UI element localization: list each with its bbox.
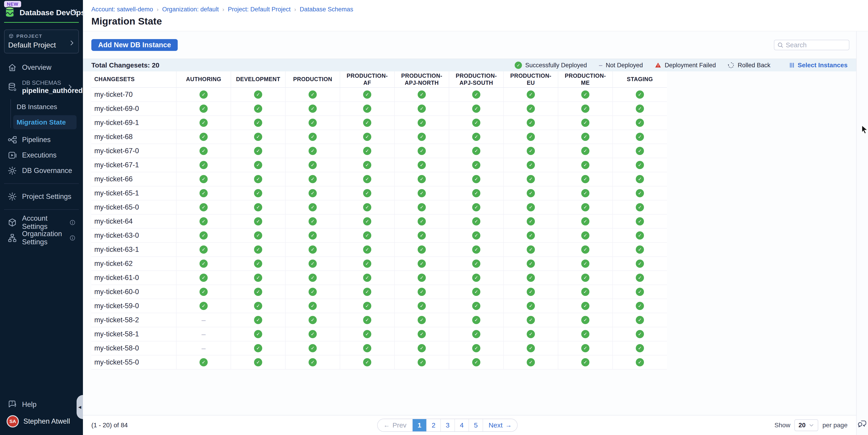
- sidebar-item-help[interactable]: Help: [0, 397, 83, 412]
- breadcrumb-project[interactable]: Project: Default Project: [228, 6, 290, 13]
- status-cell-deployed: ✓: [449, 341, 503, 355]
- status-cell-deployed: ✓: [449, 88, 503, 101]
- status-cell-deployed: ✓: [558, 88, 612, 101]
- arrow-right-icon: →: [505, 422, 512, 429]
- breadcrumb-separator: ›: [222, 6, 224, 13]
- sidebar-item-executions[interactable]: Executions: [0, 148, 83, 163]
- project-selector[interactable]: PROJECT Default Project: [4, 30, 79, 54]
- status-cell-deployed: ✓: [558, 116, 612, 129]
- status-cell-deployed: ✓: [449, 186, 503, 200]
- column-header: PRODUCTION-APJ-SOUTH: [449, 71, 503, 87]
- deployed-check-icon: ✓: [417, 288, 426, 296]
- not-deployed-dash: –: [202, 330, 206, 338]
- status-cell-deployed: ✓: [449, 355, 503, 369]
- page-size-select[interactable]: 20: [795, 419, 818, 431]
- deployed-check-icon: ✓: [363, 90, 371, 99]
- table-row: my-ticket-67-1✓✓✓✓✓✓✓✓✓: [91, 158, 667, 172]
- user-menu[interactable]: SA Stephen Atwell: [0, 412, 83, 431]
- breadcrumb-account[interactable]: Account: satwell-demo: [91, 6, 153, 13]
- sidebar-item-pipelines[interactable]: Pipelines: [0, 132, 83, 148]
- sidebar-item-overview[interactable]: Overview: [0, 60, 83, 75]
- sidebar-item-organization-settings[interactable]: Organization Settings: [0, 230, 83, 246]
- status-cell-deployed: ✓: [285, 130, 340, 144]
- deployed-check-icon: ✓: [254, 259, 262, 268]
- deployed-check-icon: ✓: [309, 330, 317, 338]
- deployed-check-icon: ✓: [472, 288, 480, 296]
- deployed-check-icon: ✓: [417, 316, 426, 324]
- column-header: AUTHORING: [176, 71, 230, 87]
- deployed-check-icon: ✓: [254, 90, 262, 99]
- per-page-label: per page: [822, 422, 847, 429]
- deployed-check-icon: ✓: [309, 90, 317, 99]
- status-cell-deployed: ✓: [285, 327, 340, 341]
- search-input[interactable]: [786, 41, 846, 49]
- sidebar-item-account-settings[interactable]: Account Settings: [0, 215, 83, 230]
- page-button-3[interactable]: 3: [440, 419, 455, 431]
- breadcrumb-database-schemas[interactable]: Database Schemas: [300, 6, 353, 13]
- table-row: my-ticket-58-2–✓✓✓✓✓✓✓✓: [91, 313, 667, 327]
- status-cell-deployed: ✓: [612, 327, 667, 341]
- deployed-check-icon: ✓: [527, 203, 535, 211]
- breadcrumb-organization[interactable]: Organization: default: [162, 6, 219, 13]
- page-button-5[interactable]: 5: [469, 419, 483, 431]
- sidebar-item-db-schemas[interactable]: DB SCHEMAS pipeline_authored: [0, 75, 83, 99]
- status-cell-deployed: ✓: [449, 144, 503, 158]
- status-cell-deployed: ✓: [394, 327, 449, 341]
- status-cell-deployed: ✓: [612, 299, 667, 313]
- search-box[interactable]: [774, 40, 849, 50]
- status-cell-deployed: ✓: [176, 355, 230, 369]
- status-cell-deployed: ✓: [285, 355, 340, 369]
- status-cell-deployed: ✓: [394, 257, 449, 271]
- legend-deployment-failed: Deployment Failed: [655, 62, 716, 69]
- status-cell-deployed: ✓: [558, 229, 612, 242]
- deployed-check-icon: ✓: [309, 316, 317, 324]
- deployed-check-icon: ✓: [527, 231, 535, 240]
- page-button-2[interactable]: 2: [426, 419, 440, 431]
- page-button-1[interactable]: 1: [412, 419, 426, 431]
- deployed-check-icon: ✓: [636, 245, 644, 254]
- deployed-check-icon: ✓: [636, 175, 644, 183]
- status-cell-deployed: ✓: [558, 215, 612, 228]
- deployed-check-icon: ✓: [581, 358, 589, 366]
- deployed-check-icon: ✓: [472, 316, 480, 324]
- deployed-check-icon: ✓: [417, 133, 426, 141]
- add-db-instance-button[interactable]: Add New DB Instance: [91, 39, 178, 51]
- changeset-name: my-ticket-69-1: [91, 116, 176, 129]
- deployed-check-icon: ✓: [581, 104, 589, 113]
- table-row: my-ticket-62✓✓✓✓✓✓✓✓✓: [91, 257, 667, 271]
- status-cell-deployed: ✓: [340, 355, 394, 369]
- deployed-check-icon: ✓: [363, 274, 371, 282]
- prev-page-button[interactable]: ← Prev: [378, 419, 412, 431]
- changeset-name: my-ticket-61-0: [91, 271, 176, 284]
- sidebar-item-db-governance[interactable]: DB Governance: [0, 163, 83, 178]
- right-gutter: [856, 31, 868, 435]
- status-cell-deployed: ✓: [449, 229, 503, 242]
- page-button-4[interactable]: 4: [455, 419, 469, 431]
- sidebar-item-project-settings[interactable]: Project Settings: [0, 189, 83, 204]
- deployed-check-icon: ✓: [309, 133, 317, 141]
- status-cell-deployed: ✓: [285, 243, 340, 256]
- status-cell-deployed: ✓: [176, 215, 230, 228]
- sidebar-item-migration-state[interactable]: Migration State: [13, 115, 76, 129]
- status-cell-deployed: ✓: [230, 130, 285, 144]
- deployed-check-icon: ✓: [254, 344, 262, 352]
- next-page-button[interactable]: Next →: [483, 419, 517, 431]
- app-grid-icon[interactable]: [70, 8, 78, 17]
- select-instances-button[interactable]: Select Instances: [789, 62, 847, 69]
- status-cell-deployed: ✓: [612, 341, 667, 355]
- sidebar-divider: [4, 209, 79, 210]
- column-header: PRODUCTION: [285, 71, 340, 87]
- status-cell-deployed: ✓: [340, 172, 394, 186]
- total-changesets: Total Changesets: 20: [91, 61, 159, 69]
- migration-table: CHANGESETSAUTHORINGDEVELOPMENTPRODUCTION…: [91, 71, 667, 370]
- chat-support-icon[interactable]: [858, 419, 867, 429]
- info-icon[interactable]: [69, 219, 76, 226]
- status-cell-deployed: ✓: [503, 271, 558, 284]
- column-header: DEVELOPMENT: [230, 71, 285, 87]
- deployed-check-icon: ✓: [472, 147, 480, 155]
- sidebar-item-db-instances[interactable]: DB Instances: [13, 100, 76, 114]
- sidebar-collapse-handle[interactable]: ◀: [76, 395, 83, 419]
- success-check-icon: ✓: [515, 62, 522, 69]
- info-icon[interactable]: [69, 235, 76, 241]
- sidebar-divider: [4, 183, 79, 184]
